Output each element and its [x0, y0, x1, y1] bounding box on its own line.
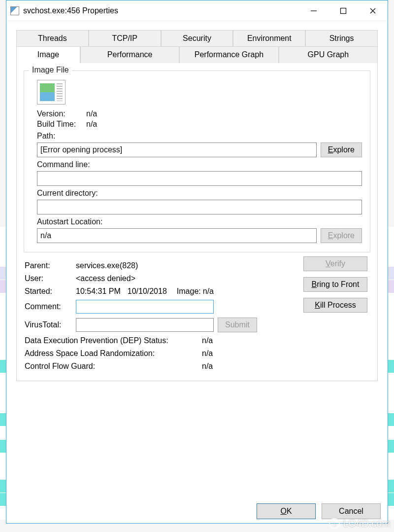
image-type-label: Image: [177, 287, 201, 296]
dep-label: Data Execution Prevention (DEP) Status: [25, 336, 202, 345]
file-icon [37, 80, 66, 105]
download-icon: ↓ [329, 518, 340, 529]
parent-value: services.exe(828) [76, 261, 138, 270]
kill-process-button[interactable]: Kill Process [303, 298, 367, 313]
user-value: <access denied> [76, 274, 135, 283]
version-label: Version: [37, 109, 86, 118]
tab-performance-graph[interactable]: Performance Graph [179, 46, 278, 63]
virustotal-label: VirusTotal: [25, 320, 76, 329]
aslr-value: n/a [202, 349, 213, 358]
explore-path-button[interactable]: Explore [321, 142, 362, 157]
bring-to-front-button[interactable]: Bring to Front [303, 277, 367, 292]
tab-strings[interactable]: Strings [305, 30, 378, 46]
buildtime-label: Build Time: [37, 120, 86, 129]
cmdline-label: Command line: [37, 160, 362, 169]
explore-autostart-button: Explore [321, 228, 362, 243]
started-date: 10/10/2018 [128, 287, 167, 296]
comment-label: Comment: [25, 302, 76, 311]
titlebar: svchost.exe:456 Properties [6, 0, 388, 21]
properties-dialog: svchost.exe:456 Properties Threads TCP/I… [6, 0, 388, 524]
version-value: n/a [86, 109, 97, 118]
started-label: Started: [25, 287, 76, 296]
maximize-button[interactable] [328, 1, 358, 21]
ok-button[interactable]: OK [257, 503, 316, 519]
tab-tcpip[interactable]: TCP/IP [89, 30, 161, 46]
app-icon [10, 6, 19, 15]
curdir-input[interactable] [37, 200, 362, 214]
tab-threads[interactable]: Threads [16, 30, 89, 46]
cancel-button[interactable]: Cancel [322, 503, 381, 519]
parent-label: Parent: [25, 261, 76, 270]
close-button[interactable] [358, 1, 388, 21]
tab-environment[interactable]: Environment [233, 30, 305, 46]
started-time: 10:54:31 PM [76, 287, 121, 296]
tab-image[interactable]: Image [16, 46, 80, 63]
cfg-value: n/a [202, 362, 213, 371]
comment-input[interactable] [76, 300, 214, 314]
dep-value: n/a [202, 336, 213, 345]
group-title: Image File [29, 66, 72, 74]
buildtime-value: n/a [86, 120, 97, 129]
path-input[interactable] [37, 142, 317, 157]
cfg-label: Control Flow Guard: [25, 362, 202, 371]
cmdline-input[interactable] [37, 171, 362, 186]
user-label: User: [25, 274, 76, 283]
tab-gpu-graph[interactable]: GPU Graph [279, 46, 378, 63]
virustotal-input[interactable] [76, 318, 214, 332]
tab-security[interactable]: Security [161, 30, 233, 46]
verify-button: Verify [303, 256, 367, 271]
path-label: Path: [37, 132, 362, 141]
tab-content-image: Image File Version: n/a Build Time: n/a … [16, 63, 378, 381]
minimize-button[interactable] [299, 1, 328, 21]
tab-performance[interactable]: Performance [80, 46, 179, 63]
submit-button: Submit [218, 318, 257, 332]
autostart-label: Autostart Location: [37, 217, 362, 226]
image-type-value: n/a [203, 287, 214, 296]
image-file-group: Image File Version: n/a Build Time: n/a … [24, 71, 370, 252]
curdir-label: Current directory: [37, 189, 362, 198]
autostart-input[interactable] [37, 228, 317, 243]
aslr-label: Address Space Load Randomization: [25, 349, 202, 358]
window-title: svchost.exe:456 Properties [23, 6, 299, 15]
details-section: Verify Bring to Front Kill Process Paren… [19, 255, 375, 379]
watermark: ↓ LO4D.com [329, 518, 390, 529]
svg-rect-1 [341, 8, 346, 13]
